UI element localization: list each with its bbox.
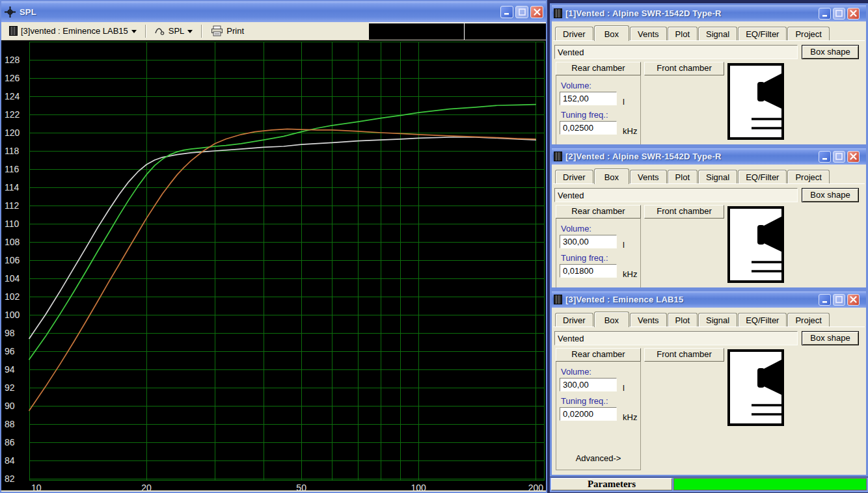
rear-chamber-button[interactable]: Rear chamber <box>556 62 641 75</box>
maximize-button[interactable] <box>833 294 845 306</box>
box-shape-button[interactable]: Box shape <box>802 188 859 202</box>
tab-strip: Driver Box Vents Plot Signal EQ/Filter P… <box>553 312 865 327</box>
svg-text:128: 128 <box>5 55 20 65</box>
tuning-freq-label: Tuning freq.: <box>561 396 608 406</box>
volume-label: Volume: <box>561 224 591 233</box>
application-workspace: SPL [3]vented : Eminence LAB15 <box>0 0 868 493</box>
close-button[interactable] <box>847 151 860 163</box>
maximize-icon <box>835 10 843 17</box>
svg-text:112: 112 <box>5 200 20 211</box>
status-bar: Parameters <box>550 477 868 492</box>
tuning-freq-input[interactable] <box>560 264 617 278</box>
rear-chamber-button[interactable]: Rear chamber <box>556 205 641 219</box>
box-type-field[interactable] <box>554 331 798 345</box>
window-title: [2]Vented : Alpine SWR-1542D Type-R <box>565 152 815 161</box>
spl-chart: 1281261241221201181161141121101081061041… <box>1 40 546 490</box>
tab-vents[interactable]: Vents <box>630 313 667 326</box>
close-icon <box>534 8 541 16</box>
front-chamber-button[interactable]: Front chamber <box>644 205 724 219</box>
design-window-2: [2]Vented : Alpine SWR-1542D Type-R Driv… <box>550 146 868 289</box>
tuning-freq-input[interactable] <box>560 407 617 421</box>
design-window-1: [1]Vented : Alpine SWR-1542D Type-R Driv… <box>550 3 868 146</box>
box-type-field[interactable] <box>554 45 798 59</box>
minimize-icon <box>504 8 510 15</box>
chamber-panel: Volume: l Tuning freq.: kHz Advanced-> <box>556 361 641 470</box>
svg-text:126: 126 <box>5 73 20 83</box>
tab-box[interactable]: Box <box>594 312 629 327</box>
print-button[interactable]: Print <box>208 24 247 38</box>
tab-project[interactable]: Project <box>787 27 829 40</box>
tab-signal[interactable]: Signal <box>698 27 737 40</box>
window-icon <box>554 295 562 304</box>
svg-text:94: 94 <box>5 364 15 375</box>
advanced-link[interactable]: Advanced-> <box>556 453 640 463</box>
window-titlebar[interactable]: [3]Vented : Eminence LAB15 <box>552 291 866 308</box>
parameters-button[interactable]: Parameters <box>551 478 672 490</box>
tab-eq-filter[interactable]: EQ/Filter <box>738 313 787 326</box>
svg-text:116: 116 <box>5 164 20 174</box>
svg-text:114: 114 <box>5 182 20 193</box>
front-chamber-button[interactable]: Front chamber <box>644 348 724 362</box>
printer-icon <box>211 25 223 36</box>
chamber-panel: Volume: l Tuning freq.: kHz <box>556 218 641 289</box>
close-button[interactable] <box>847 294 860 306</box>
toolbar-display-right <box>464 23 546 40</box>
svg-text:124: 124 <box>5 91 20 101</box>
svg-text:82: 82 <box>5 473 15 484</box>
tab-driver[interactable]: Driver <box>555 170 593 183</box>
tab-eq-filter[interactable]: EQ/Filter <box>738 27 787 40</box>
tab-vents[interactable]: Vents <box>630 27 667 40</box>
toolbar-displays <box>369 23 546 40</box>
volume-input[interactable] <box>560 235 617 248</box>
rear-chamber-button[interactable]: Rear chamber <box>556 348 641 362</box>
window-titlebar[interactable]: [1]Vented : Alpine SWR-1542D Type-R <box>552 5 866 21</box>
spl-window: SPL [3]vented : Eminence LAB15 <box>0 0 547 493</box>
minimize-button[interactable] <box>819 294 831 306</box>
tab-project[interactable]: Project <box>787 313 829 326</box>
volume-input[interactable] <box>560 378 617 392</box>
tuning-freq-label: Tuning freq.: <box>561 110 608 120</box>
box-type-field[interactable] <box>554 188 798 202</box>
spl-window-title: SPL <box>20 7 497 17</box>
toolbar-separator <box>145 25 146 38</box>
source-dropdown[interactable]: [3]vented : Eminence LAB15 <box>7 25 139 37</box>
volume-input[interactable] <box>560 92 617 105</box>
minimize-button[interactable] <box>819 8 831 20</box>
close-button[interactable] <box>530 6 543 18</box>
svg-text:108: 108 <box>5 237 20 247</box>
box-shape-drawing <box>727 63 784 140</box>
svg-text:10: 10 <box>31 483 42 490</box>
tab-project[interactable]: Project <box>787 170 829 183</box>
crosshair-icon <box>4 6 16 18</box>
tab-plot[interactable]: Plot <box>668 27 698 40</box>
front-chamber-button[interactable]: Front chamber <box>644 62 724 75</box>
svg-text:98: 98 <box>5 328 15 338</box>
tab-vents[interactable]: Vents <box>630 170 667 183</box>
tab-signal[interactable]: Signal <box>698 170 737 183</box>
close-button[interactable] <box>847 8 860 20</box>
spl-titlebar[interactable]: SPL <box>1 1 546 22</box>
chevron-down-icon <box>131 30 137 36</box>
tab-driver[interactable]: Driver <box>555 27 593 40</box>
maximize-button[interactable] <box>833 8 845 20</box>
box-shape-button[interactable]: Box shape <box>802 331 859 345</box>
graph-type-dropdown[interactable]: SPL <box>152 25 196 37</box>
volume-unit: l <box>623 97 625 107</box>
tab-plot[interactable]: Plot <box>668 313 698 326</box>
box-shape-button[interactable]: Box shape <box>802 45 859 59</box>
tab-box[interactable]: Box <box>594 25 629 41</box>
window-titlebar[interactable]: [2]Vented : Alpine SWR-1542D Type-R <box>552 148 866 165</box>
tuning-freq-input[interactable] <box>560 121 617 135</box>
toolbar-display-left <box>369 23 464 40</box>
tab-plot[interactable]: Plot <box>668 170 698 183</box>
tab-driver[interactable]: Driver <box>555 313 593 326</box>
tab-box[interactable]: Box <box>594 168 629 184</box>
tab-signal[interactable]: Signal <box>698 313 737 326</box>
maximize-button[interactable] <box>515 6 528 18</box>
maximize-button[interactable] <box>833 151 845 163</box>
tab-eq-filter[interactable]: EQ/Filter <box>738 170 787 183</box>
svg-text:100: 100 <box>411 483 427 490</box>
minimize-button[interactable] <box>819 151 831 163</box>
minimize-button[interactable] <box>500 6 513 18</box>
minimize-icon <box>822 153 828 160</box>
